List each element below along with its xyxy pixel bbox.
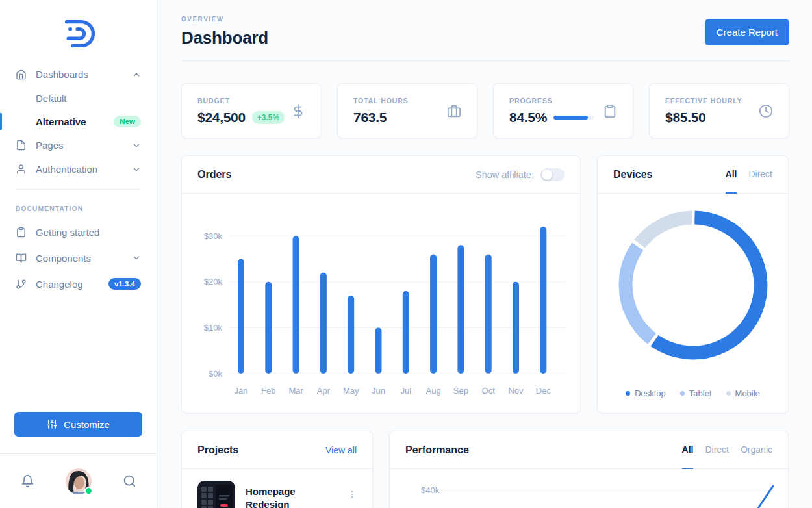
stat-value: $24,500 [197, 110, 246, 125]
sidebar-item-label: Components [36, 253, 132, 264]
tab-direct[interactable]: Direct [748, 156, 772, 194]
devices-chart-body: Desktop Tablet Mobile [598, 194, 788, 398]
sliders-icon [47, 419, 57, 429]
sidebar-item-authentication[interactable]: Authentication [0, 157, 157, 181]
page-pretitle: Overview [181, 16, 268, 23]
version-badge: v1.3.4 [108, 278, 141, 290]
tab-direct[interactable]: Direct [705, 431, 729, 469]
order-bar [403, 291, 409, 374]
performance-line-chart: $40k [405, 477, 774, 508]
more-vertical-icon[interactable] [348, 481, 357, 500]
sidebar-divider [16, 189, 141, 190]
git-branch-icon [16, 279, 27, 290]
sidebar-item-alternative[interactable]: Alternative New [0, 110, 157, 133]
show-affiliate-toggle[interactable] [540, 168, 565, 181]
y-axis-tick: $10k [204, 323, 223, 333]
performance-line [752, 486, 773, 508]
order-bar [238, 259, 244, 374]
search-icon[interactable] [123, 474, 136, 488]
x-axis-label: Dec [536, 386, 552, 396]
order-bar [430, 254, 437, 374]
project-thumbnail [197, 481, 235, 508]
y-axis-tick: $40k [421, 485, 440, 495]
page-header: Overview Dashboard Create Report [181, 0, 789, 61]
stat-value: 763.5 [353, 110, 387, 125]
x-axis-label: May [343, 386, 359, 396]
sidebar-item-label: Getting started [36, 227, 141, 238]
stat-label: Total hours [353, 97, 409, 105]
view-all-link[interactable]: View all [325, 445, 357, 455]
create-report-button[interactable]: Create Report [705, 19, 789, 45]
page-title: Dashboard [181, 28, 268, 48]
avatar[interactable] [66, 468, 92, 494]
sidebar-item-label: Pages [36, 140, 132, 151]
bell-icon[interactable] [21, 474, 34, 488]
x-axis-label: Mar [288, 386, 303, 396]
progress-bar [553, 116, 594, 120]
book-open-icon [16, 253, 27, 264]
sidebar-item-label: Authentication [36, 164, 132, 175]
order-bar [293, 236, 299, 374]
x-axis-label: Jun [372, 386, 385, 396]
sidebar-item-changelog[interactable]: Changelog v1.3.4 [0, 271, 157, 297]
projects-card-title: Projects [197, 444, 238, 456]
logo-outer-d [66, 22, 93, 46]
tab-organic[interactable]: Organic [741, 431, 772, 469]
briefcase-icon [447, 104, 461, 118]
legend-item-mobile: Mobile [726, 388, 760, 398]
sidebar-item-label: Changelog [36, 279, 108, 290]
x-axis-label: Oct [482, 386, 496, 396]
orders-card: Orders Show affiliate: $0k$10k$20k$30kJa… [181, 155, 581, 413]
legend-label: Desktop [635, 388, 666, 398]
stat-label: Effective hourly [665, 97, 742, 105]
customize-label: Customize [64, 419, 110, 430]
order-bar [348, 296, 354, 374]
sidebar-section-documentation: Documentation [0, 205, 157, 212]
stat-value: 84.5% [509, 110, 547, 125]
tab-all[interactable]: All [726, 156, 737, 194]
x-axis-label: Sep [453, 386, 468, 396]
legend-label: Tablet [689, 388, 712, 398]
performance-chart-body: $40k [390, 469, 788, 508]
x-axis-label: Jan [235, 386, 248, 396]
order-bar [320, 273, 327, 374]
new-badge: New [114, 116, 141, 127]
toggle-knob [542, 170, 552, 180]
sidebar-item-label: Dashboards [36, 69, 132, 80]
order-bar [265, 282, 272, 374]
sidebar-item-dashboards[interactable]: Dashboards [0, 62, 157, 86]
x-axis-label: Feb [261, 386, 275, 396]
performance-card: Performance All Direct Organic $40k [389, 431, 789, 508]
sidebar-footer [0, 453, 157, 508]
stat-label: Progress [509, 97, 594, 105]
stat-card-effective-hourly: Effective hourly $85.50 [649, 83, 789, 138]
online-status-dot [84, 487, 93, 495]
sidebar-nav: Dashboards Default Alternative New Pages [0, 62, 157, 297]
chevron-down-icon [132, 165, 141, 174]
customize-button[interactable]: Customize [14, 412, 142, 437]
sidebar-item-components[interactable]: Components [0, 245, 157, 271]
stat-label: Budget [197, 97, 285, 105]
home-icon [16, 69, 27, 80]
tab-all[interactable]: All [682, 431, 694, 469]
y-axis-tick: $20k [204, 277, 223, 286]
legend-dot-desktop [626, 391, 630, 396]
project-list-item[interactable]: Homepage Redesign [197, 481, 357, 508]
sidebar-item-pages[interactable]: Pages [0, 133, 157, 157]
devices-donut-chart [618, 210, 768, 360]
y-axis-tick: $0k [209, 369, 222, 379]
bottom-row: Projects View all [181, 431, 789, 508]
dashkit-logo[interactable] [0, 0, 157, 62]
performance-card-title: Performance [405, 444, 469, 456]
x-axis-label: Apr [317, 386, 331, 396]
user-icon [16, 164, 27, 175]
order-bar [513, 282, 519, 374]
sidebar-item-default[interactable]: Default [0, 86, 157, 110]
performance-tabs: All Direct Organic [682, 431, 772, 468]
stat-value: $85.50 [665, 110, 705, 125]
sidebar-item-getting-started[interactable]: Getting started [0, 219, 157, 245]
stats-row: Budget $24,500 +3.5% Total hours 763.5 [181, 83, 789, 138]
file-icon [16, 140, 27, 151]
orders-card-title: Orders [197, 169, 231, 181]
stat-card-total-hours: Total hours 763.5 [337, 83, 477, 138]
